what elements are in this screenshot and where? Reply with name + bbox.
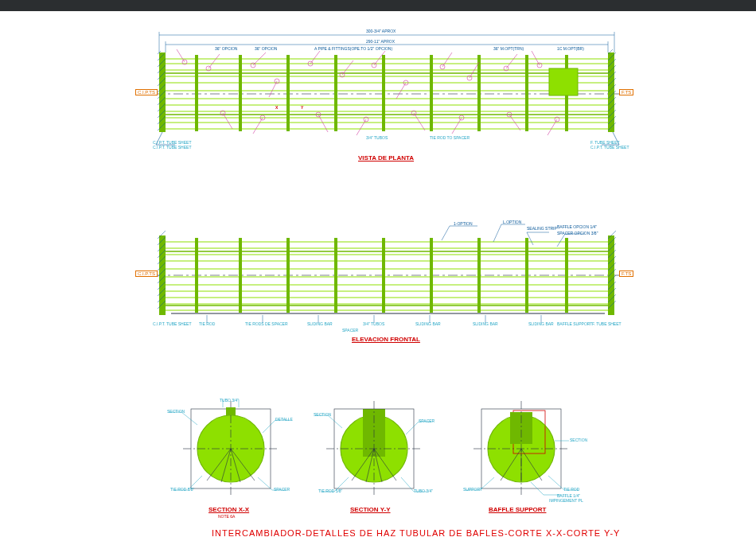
baffle-lbl-a: SECTION: [570, 438, 587, 442]
svg-line-178: [181, 412, 197, 425]
secyy-lbl-d: TUBO 3/4": [414, 488, 433, 493]
secxx-title: SECTION X-X: [208, 506, 249, 513]
secyy-title: SECTION Y-Y: [350, 506, 391, 513]
svg-line-198: [328, 415, 342, 428]
svg-line-200: [406, 422, 419, 434]
secxx-lbl-b: DETALLE: [275, 417, 293, 422]
secxx-sub: NOTE 6A: [218, 514, 235, 519]
drawing-canvas: C.I.P.TS F.TS 300-3/4" APROX 290-11" APR…: [0, 11, 756, 541]
secyy-lbl-b: SPACER: [419, 418, 435, 423]
svg-line-184: [258, 477, 272, 490]
baffle-lbl-c: TIE ROD: [563, 487, 579, 492]
app-header-bar: [0, 0, 756, 11]
baffle-lbl-e: IMPINGEMENT PL: [549, 498, 583, 503]
svg-line-204: [401, 477, 414, 492]
page-title: INTERCAMBIADOR-DETALLES DE HAZ TUBULAR D…: [212, 528, 620, 538]
secyy-lbl-a: SECTION: [314, 412, 331, 417]
svg-line-180: [263, 420, 275, 433]
secyy-lbl-c: TIE ROD 5/8": [318, 488, 342, 493]
svg-rect-177: [226, 407, 236, 415]
baffle-title: BAFFLE SUPPORT: [489, 506, 546, 513]
baffle-lbl-b: SUPPORT: [463, 487, 482, 492]
sections-svg: [0, 11, 756, 541]
secxx-lbl-e: TUBO 3/4": [220, 398, 239, 403]
secxx-lbl-a: SECTION: [167, 409, 185, 414]
svg-line-217: [548, 476, 564, 490]
secxx-lbl-c: TIE ROD 5/8": [170, 487, 194, 492]
secxx-lbl-d: SPACER: [274, 487, 290, 492]
